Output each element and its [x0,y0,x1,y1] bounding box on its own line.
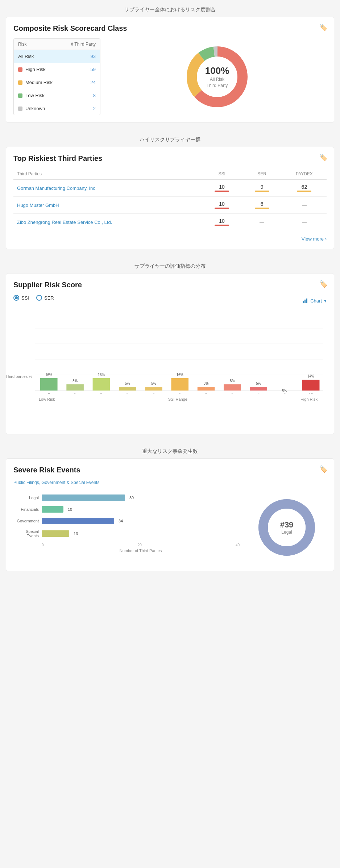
radio-ssi[interactable]: SSI [13,295,29,301]
svg-rect-5 [303,301,304,303]
severe-donut-wrapper: #39 Legal [254,495,319,560]
severe-bookmark-icon: 🏷️ [319,465,327,473]
severe-donut-sub: Legal [280,530,294,535]
high-risk-count: 59 [91,67,96,72]
bar-legal [42,494,125,501]
section2-title: ハイリスクサプライヤー群 [0,130,340,147]
all-risk-count: 93 [91,54,96,59]
svg-text:4: 4 [153,393,155,394]
svg-text:16%: 16% [98,373,105,377]
risk-row-unknown[interactable]: Unknown 2 [14,102,100,115]
horiz-bar-chart: Legal 39 Financials 10 Government 34 Spe… [13,491,240,564]
val-government: 34 [119,519,123,523]
severe-content: Legal 39 Financials 10 Government 34 Spe… [13,491,327,564]
val-legal: 39 [129,496,134,500]
bar-government [42,518,114,524]
radio-ser[interactable]: SER [36,295,54,301]
svg-rect-7 [306,299,307,303]
ser-cell-2: 6 [242,197,282,214]
scorecard-card: Composite Risk Scorecard Class 🏷️ Risk #… [6,17,334,123]
horiz-row-legal: Legal 39 [13,494,240,501]
col-third-parties: Third Parties [13,168,202,180]
risk-row-high[interactable]: High Risk 59 [14,63,100,76]
svg-text:8%: 8% [230,379,235,383]
table-row: Zibo Zhengrong Real Estate Service Co., … [13,214,327,231]
svg-text:5%: 5% [256,381,261,385]
ssi-bar-1 [215,191,229,192]
col-paydex: PAYDEX [282,168,327,180]
ssi-cell-2: 10 [202,197,242,214]
svg-rect-43 [250,387,267,391]
medium-risk-count: 24 [91,80,96,85]
svg-rect-31 [145,387,162,391]
riskiest-title: Top Riskiest Third Parties [13,154,327,163]
svg-text:7: 7 [231,393,233,394]
chart-controls: SSI SER Chart ▾ [13,295,327,306]
medium-risk-label: Medium Risk [18,80,53,85]
ssi-bar-3 [215,225,229,226]
riskiest-card: Top Riskiest Third Parties 🏷️ Third Part… [6,147,334,249]
supplier-risk-title: Supplier Risk Score [13,281,327,289]
paydex-cell-1: 62 [282,180,327,197]
riskiest-table: Third Parties SSI SER PAYDEX Gorman Manu… [13,168,327,230]
section3-title: サプライヤーの評価指標の分布 [0,256,340,273]
svg-text:1: 1 [74,393,76,394]
svg-rect-28 [119,387,136,391]
severe-card: Severe Risk Events 🏷️ Public Filings, Go… [6,458,334,571]
risk-row-medium[interactable]: Medium Risk 24 [14,76,100,89]
company-link-3[interactable]: Zibo Zhengrong Real Estate Service Co., … [17,220,112,225]
svg-text:5: 5 [179,393,181,394]
val-financials: 10 [68,507,72,512]
view-more-link[interactable]: View more [302,236,324,242]
svg-text:3: 3 [127,393,128,394]
label-financials: Financials [13,507,39,512]
company-link-2[interactable]: Hugo Muster GmbH [17,203,59,208]
svg-text:5%: 5% [125,381,130,385]
donut-wrapper: 100% All Risk Third Party [181,41,253,113]
bar-chart-svg: 0 20 40 60 80 100 16% 0 8% 1 16% 2 [33,314,323,394]
svg-rect-34 [171,378,188,391]
risk-row-low[interactable]: Low Risk 8 [14,89,100,102]
svg-text:16%: 16% [45,373,52,377]
supplier-risk-card: Supplier Risk Score 🏷️ SSI SER Chart ▾ T… [6,273,334,434]
horiz-row-government: Government 34 [13,518,240,524]
svg-text:6: 6 [205,393,207,394]
table-row: Hugo Muster GmbH 10 6 — [13,197,327,214]
bookmark-icon: 🏷️ [319,24,327,32]
svg-text:0%: 0% [282,388,287,392]
ser-cell-1: 9 [242,180,282,197]
view-more[interactable]: View more › [13,236,327,242]
chart-type-button[interactable]: Chart ▾ [302,298,327,304]
risk-range-labels: Low Risk SSI Range High Risk [33,397,323,401]
ssi-radio-circle [13,295,19,301]
ssi-bar-2 [215,208,229,209]
svg-text:8%: 8% [72,379,78,383]
all-risk-label: All Risk [18,54,34,59]
donut-sublabel: All Risk Third Party [205,76,229,89]
severe-donut-container: #39 Legal [247,491,327,564]
svg-text:10: 10 [309,393,313,394]
high-risk-label: High Risk [300,397,318,401]
medium-risk-dot [18,80,22,85]
svg-text:5%: 5% [151,381,156,385]
company-link-1[interactable]: Gorman Manufacturing Company, Inc [17,185,95,191]
svg-rect-25 [93,378,110,391]
svg-text:16%: 16% [177,373,183,377]
dropdown-arrow: ▾ [324,298,327,304]
severe-donut-label: #39 Legal [280,520,294,535]
x-axis-label: SSI Range [168,397,187,401]
table-row: Gorman Manufacturing Company, Inc 10 9 6… [13,180,327,197]
horiz-x-label: Number of Third Parties [42,548,240,553]
svg-rect-19 [40,378,58,391]
paydex-bar-1 [297,191,311,192]
col-third-party: # Third Party [71,42,96,47]
ssi-cell-3: 10 [202,214,242,231]
horiz-x-ticks: 0 20 40 [42,543,240,547]
risk-row-all[interactable]: All Risk 93 [14,50,100,63]
svg-text:5%: 5% [204,381,209,385]
svg-text:8: 8 [257,393,259,394]
ser-radio-circle [36,295,42,301]
ser-cell-3: — [242,214,282,231]
scorecard-title: Composite Risk Scorecard Class [13,24,327,33]
donut-label: 100% All Risk Third Party [205,65,229,89]
